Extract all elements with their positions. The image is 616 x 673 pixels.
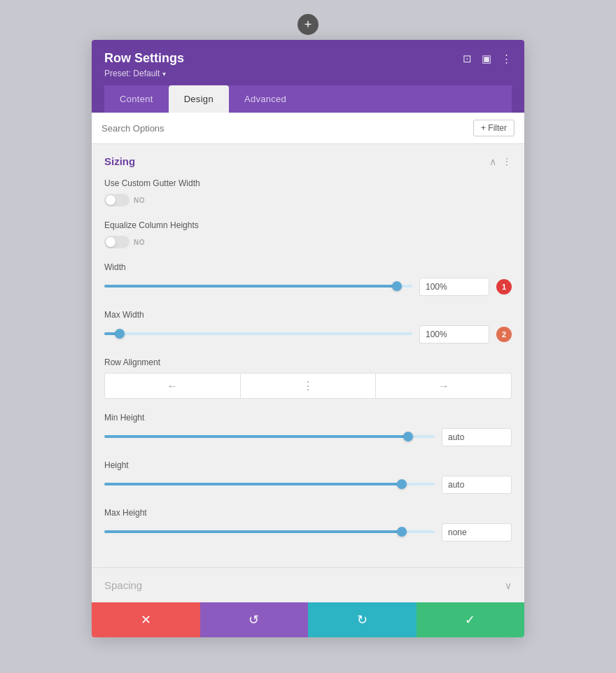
- width-slider-fill: [104, 285, 397, 288]
- tab-design[interactable]: Design: [169, 85, 229, 113]
- footer: ✕ ↺ ↻ ✓: [92, 602, 524, 637]
- height-slider-track: [104, 483, 435, 486]
- min-height-field: Min Height: [104, 413, 512, 446]
- equalize-column-heights-label: Equalize Column Heights: [104, 220, 512, 230]
- align-right[interactable]: →: [376, 373, 512, 399]
- panel-title: Row Settings: [104, 51, 184, 66]
- filter-button[interactable]: + Filter: [473, 120, 514, 136]
- max-height-slider-track: [104, 530, 435, 533]
- header-icons: ⊡ ▣ ⋮: [463, 52, 512, 65]
- sizing-title: Sizing: [104, 155, 135, 167]
- width-slider-container[interactable]: [104, 285, 412, 289]
- spacing-section: Spacing ∨: [92, 567, 524, 602]
- align-center-icon: ⋮: [302, 379, 314, 392]
- preset-row[interactable]: Preset: Default ▾: [104, 69, 512, 78]
- min-height-slider-container[interactable]: [104, 435, 435, 439]
- max-height-slider-row: [104, 523, 512, 541]
- min-height-slider-track: [104, 435, 435, 438]
- width-slider-track: [104, 285, 412, 288]
- align-center[interactable]: ⋮: [241, 373, 377, 399]
- cancel-button[interactable]: ✕: [92, 602, 200, 637]
- row-alignment-field: Row Alignment ← ⋮ →: [104, 357, 512, 399]
- max-width-label: Max Width: [104, 310, 512, 320]
- align-right-icon: →: [438, 380, 449, 392]
- equalize-column-toggle-label: NO: [134, 239, 145, 246]
- align-left-icon: ←: [167, 380, 178, 392]
- spacing-section-header: Spacing ∨: [104, 579, 512, 591]
- align-left[interactable]: ←: [104, 373, 241, 399]
- height-slider-row: [104, 476, 512, 494]
- add-button[interactable]: +: [298, 14, 318, 35]
- layout-icon[interactable]: ▣: [482, 52, 491, 65]
- max-height-slider-container[interactable]: [104, 530, 435, 534]
- alignment-options: ← ⋮ →: [104, 373, 512, 399]
- use-custom-gutter-field: Use Custom Gutter Width NO: [104, 178, 512, 206]
- height-input[interactable]: [442, 476, 512, 494]
- use-custom-gutter-toggle[interactable]: [104, 194, 130, 206]
- more-icon[interactable]: ⋮: [501, 52, 512, 65]
- width-slider-row: 1: [104, 278, 512, 296]
- preset-arrow: ▾: [162, 70, 166, 78]
- width-badge: 1: [496, 279, 512, 295]
- max-width-slider-track: [104, 332, 412, 335]
- spacing-expand-icon[interactable]: ∨: [505, 580, 512, 591]
- undo-button[interactable]: ↺: [200, 602, 309, 637]
- max-height-input[interactable]: [442, 523, 512, 541]
- max-width-field: Max Width 2: [104, 310, 512, 343]
- tab-advanced[interactable]: Advanced: [229, 85, 302, 113]
- section-controls: ∧ ⋮: [489, 156, 512, 167]
- max-width-slider-container[interactable]: [104, 332, 412, 336]
- min-height-input[interactable]: [442, 428, 512, 446]
- tabs: Content Design Advanced: [104, 85, 512, 113]
- max-width-slider-row: 2: [104, 325, 512, 343]
- width-input[interactable]: [419, 278, 489, 296]
- max-height-slider-thumb[interactable]: [397, 527, 407, 537]
- row-settings-panel: Row Settings ⊡ ▣ ⋮ Preset: Default ▾ Con…: [92, 40, 524, 637]
- height-slider-thumb[interactable]: [397, 479, 407, 489]
- section-more-icon[interactable]: ⋮: [502, 156, 512, 167]
- panel-body: + Filter Sizing ∧ ⋮ Use Custom Gutter Wi…: [92, 113, 524, 602]
- toggle-knob: [106, 195, 115, 205]
- max-width-badge: 2: [496, 327, 512, 342]
- height-slider-container[interactable]: [104, 483, 435, 487]
- use-custom-gutter-toggle-label: NO: [134, 197, 145, 204]
- height-field: Height: [104, 460, 512, 494]
- width-slider-thumb[interactable]: [392, 281, 402, 291]
- panel-header: Row Settings ⊡ ▣ ⋮ Preset: Default ▾ Con…: [92, 40, 524, 113]
- width-field: Width 1: [104, 262, 512, 296]
- use-custom-gutter-toggle-row: NO: [104, 194, 512, 206]
- search-row: + Filter: [92, 113, 524, 144]
- min-height-slider-fill: [104, 435, 408, 438]
- max-width-input[interactable]: [419, 325, 489, 343]
- width-label: Width: [104, 262, 512, 272]
- equalize-column-toggle[interactable]: [104, 236, 130, 248]
- equalize-column-toggle-row: NO: [104, 236, 512, 248]
- min-height-slider-row: [104, 428, 512, 446]
- use-custom-gutter-label: Use Custom Gutter Width: [104, 178, 512, 188]
- tab-content[interactable]: Content: [104, 85, 169, 113]
- max-height-slider-fill: [104, 530, 402, 533]
- toggle-knob-2: [106, 237, 115, 247]
- min-height-label: Min Height: [104, 413, 512, 423]
- row-alignment-label: Row Alignment: [104, 357, 512, 367]
- height-label: Height: [104, 460, 512, 470]
- sizing-section: Sizing ∧ ⋮ Use Custom Gutter Width NO E: [92, 144, 524, 567]
- save-button[interactable]: ✓: [416, 602, 525, 637]
- min-height-slider-thumb[interactable]: [403, 432, 413, 441]
- collapse-icon[interactable]: ∧: [489, 156, 496, 167]
- search-input[interactable]: [102, 123, 468, 134]
- max-width-slider-thumb[interactable]: [115, 329, 125, 339]
- max-height-label: Max Height: [104, 508, 512, 518]
- screen-icon[interactable]: ⊡: [463, 52, 472, 65]
- preset-label: Preset: Default: [104, 69, 160, 78]
- sizing-section-header: Sizing ∧ ⋮: [104, 155, 512, 167]
- max-height-field: Max Height: [104, 508, 512, 541]
- equalize-column-heights-field: Equalize Column Heights NO: [104, 220, 512, 248]
- spacing-title: Spacing: [104, 579, 142, 591]
- height-slider-fill: [104, 483, 402, 486]
- redo-button[interactable]: ↻: [308, 602, 416, 637]
